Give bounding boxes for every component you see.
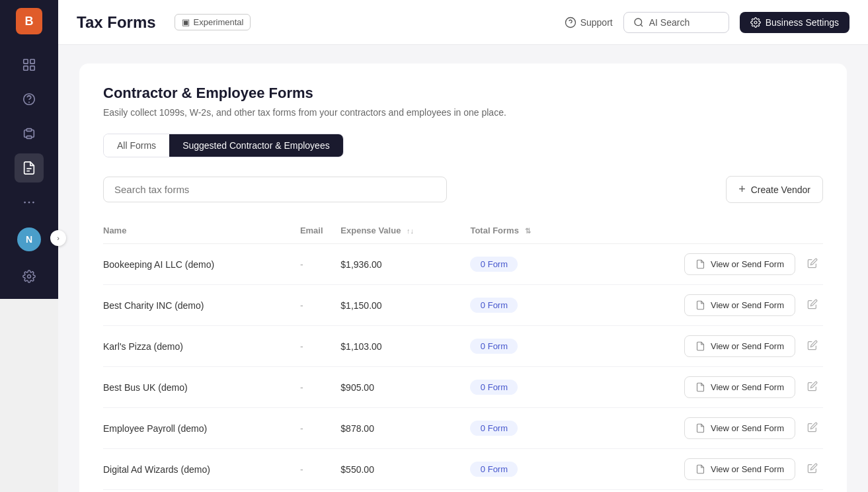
row-email: - — [300, 326, 340, 367]
support-label: Support — [580, 17, 613, 28]
row-name: Best Bus UK (demo) — [103, 367, 300, 408]
svg-line-16 — [641, 24, 643, 26]
row-email: - — [300, 408, 340, 449]
table-row: Digital Ad Wizards (demo) - $550.00 0 Fo… — [103, 449, 823, 490]
sidebar-item-documents[interactable] — [15, 153, 44, 183]
business-settings-button[interactable]: Business Settings — [740, 12, 849, 33]
experimental-badge: ▣ Experimental — [175, 14, 251, 30]
edit-button[interactable] — [802, 419, 823, 438]
row-email: - — [300, 367, 340, 408]
row-email: - — [300, 244, 340, 285]
form-count-badge: 0 Form — [470, 462, 518, 477]
page-title: Tax Forms — [77, 13, 156, 32]
sidebar-expand-button[interactable]: › — [50, 230, 66, 246]
table-row: Best Charity INC (demo) - $1,150.00 0 Fo… — [103, 285, 823, 326]
main-area: Tax Forms ▣ Experimental Support AI Sear… — [58, 0, 868, 492]
row-expense-value: $1,103.00 — [340, 326, 470, 367]
view-send-label: View or Send Form — [711, 423, 784, 433]
edit-button[interactable] — [802, 460, 823, 479]
search-input[interactable] — [103, 177, 447, 202]
view-send-button[interactable]: View or Send Form — [684, 335, 795, 357]
sidebar-item-integrations[interactable] — [15, 119, 44, 148]
view-send-label: View or Send Form — [711, 464, 784, 474]
col-total-forms[interactable]: Total Forms ⇅ — [470, 219, 576, 244]
row-name: Employee Payroll (demo) — [103, 408, 300, 449]
row-actions: View or Send Form — [577, 408, 823, 449]
sidebar-item-dashboard[interactable] — [15, 50, 44, 79]
svg-point-11 — [32, 202, 34, 204]
support-button[interactable]: Support — [565, 17, 613, 28]
row-actions: View or Send Form — [577, 326, 823, 367]
row-total-forms: 0 Form — [470, 285, 576, 326]
row-expense-value: $550.00 — [340, 449, 470, 490]
svg-rect-1 — [30, 60, 34, 63]
sidebar: B N — [0, 0, 58, 299]
view-send-button[interactable]: View or Send Form — [684, 458, 795, 480]
row-email: - — [300, 449, 340, 490]
svg-point-9 — [24, 202, 26, 204]
search-create-row: + Create Vendor — [103, 176, 823, 203]
row-total-forms: 0 Form — [470, 408, 576, 449]
svg-rect-5 — [26, 129, 31, 132]
svg-rect-3 — [30, 66, 34, 70]
forms-table: Name Email Expense Value ↑↓ Total Forms … — [103, 219, 823, 490]
edit-button[interactable] — [802, 296, 823, 315]
edit-button[interactable] — [802, 378, 823, 397]
ai-search-button[interactable]: AI Search — [623, 12, 729, 33]
sidebar-settings-icon[interactable] — [15, 262, 44, 291]
view-send-button[interactable]: View or Send Form — [684, 417, 795, 439]
view-send-button[interactable]: View or Send Form — [684, 253, 795, 275]
row-actions: View or Send Form — [577, 367, 823, 408]
row-email: - — [300, 285, 340, 326]
row-actions: View or Send Form — [577, 285, 823, 326]
sidebar-item-payments[interactable] — [15, 85, 44, 114]
view-send-button[interactable]: View or Send Form — [684, 294, 795, 316]
ai-search-label: AI Search — [649, 17, 690, 28]
table-row: Bookeeping AI LLC (demo) - $1,936.00 0 F… — [103, 244, 823, 285]
row-name: Bookeeping AI LLC (demo) — [103, 244, 300, 285]
tab-group: All Forms Suggested Contractor & Employe… — [103, 134, 344, 157]
sidebar-item-more[interactable] — [15, 188, 44, 217]
tab-suggested[interactable]: Suggested Contractor & Employees — [169, 134, 343, 157]
svg-point-10 — [28, 202, 30, 204]
row-actions: View or Send Form — [577, 244, 823, 285]
create-vendor-button[interactable]: + Create Vendor — [726, 176, 823, 203]
row-expense-value: $878.00 — [340, 408, 470, 449]
form-count-badge: 0 Form — [470, 380, 518, 395]
svg-rect-6 — [26, 136, 31, 139]
col-actions — [577, 219, 823, 244]
create-vendor-label: Create Vendor — [751, 184, 810, 195]
view-send-label: View or Send Form — [711, 300, 784, 310]
expense-sort-icon: ↑↓ — [407, 227, 414, 235]
plus-icon: + — [738, 183, 746, 196]
main-card: Contractor & Employee Forms Easily colle… — [79, 63, 847, 492]
view-send-label: View or Send Form — [711, 341, 784, 351]
table-row: Karl's Pizza (demo) - $1,103.00 0 Form V… — [103, 326, 823, 367]
svg-point-15 — [635, 19, 642, 26]
table-row: Employee Payroll (demo) - $878.00 0 Form… — [103, 408, 823, 449]
edit-button[interactable] — [802, 337, 823, 356]
view-send-button[interactable]: View or Send Form — [684, 376, 795, 398]
form-count-badge: 0 Form — [470, 257, 518, 272]
row-expense-value: $1,936.00 — [340, 244, 470, 285]
content-area: Contractor & Employee Forms Easily colle… — [58, 45, 868, 492]
row-name: Best Charity INC (demo) — [103, 285, 300, 326]
view-send-label: View or Send Form — [711, 382, 784, 392]
col-name: Name — [103, 219, 300, 244]
edit-button[interactable] — [802, 255, 823, 274]
user-avatar[interactable]: N — [17, 227, 41, 251]
row-total-forms: 0 Form — [470, 326, 576, 367]
total-forms-sort-icon: ⇅ — [525, 227, 531, 235]
svg-point-12 — [28, 275, 31, 278]
svg-rect-0 — [24, 60, 28, 63]
row-expense-value: $1,150.00 — [340, 285, 470, 326]
col-expense-value[interactable]: Expense Value ↑↓ — [340, 219, 470, 244]
tab-all-forms[interactable]: All Forms — [104, 134, 169, 157]
experimental-badge-label: Experimental — [194, 17, 244, 27]
svg-point-13 — [565, 17, 575, 27]
experimental-badge-icon: ▣ — [182, 17, 190, 27]
card-subheading: Easily collect 1099s, W-2s, and other ta… — [103, 107, 823, 118]
col-email: Email — [300, 219, 340, 244]
form-count-badge: 0 Form — [470, 339, 518, 354]
row-total-forms: 0 Form — [470, 367, 576, 408]
